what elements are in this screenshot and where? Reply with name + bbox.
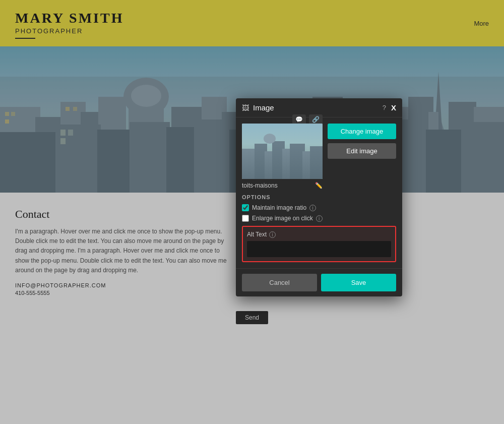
maintain-ratio-label: Maintain image ratio — [252, 204, 306, 211]
link-icon-button[interactable]: 🔗 — [309, 114, 323, 125]
options-section: OPTIONS Maintain image ratio i Enlarge i… — [242, 194, 396, 262]
modal-help-button[interactable]: ? — [383, 104, 386, 111]
alt-text-help[interactable]: i — [269, 231, 276, 238]
chat-icon-button[interactable]: 💬 — [292, 114, 306, 125]
maintain-ratio-help[interactable]: i — [309, 205, 316, 211]
enlarge-click-checkbox[interactable] — [242, 215, 249, 222]
modal-footer: Cancel Save — [236, 268, 402, 296]
maintain-ratio-row: Maintain image ratio i — [242, 204, 396, 211]
change-image-button[interactable]: Change image — [328, 124, 396, 139]
image-filename: toits-maisons — [242, 182, 315, 189]
image-modal: 🖼 Image ? X 💬 🔗 — [236, 98, 402, 296]
maintain-ratio-checkbox[interactable] — [242, 204, 249, 211]
modal-close-button[interactable]: X — [391, 103, 396, 112]
edit-image-button[interactable]: Edit image — [328, 143, 396, 159]
image-preview-row: 💬 🔗 — [242, 124, 396, 189]
svg-point-58 — [264, 134, 276, 144]
enlarge-click-row: Enlarge image on click i — [242, 215, 396, 222]
alt-text-section: Alt Text i — [242, 226, 396, 262]
alt-text-label-row: Alt Text i — [247, 231, 391, 238]
modal-title: Image — [253, 103, 383, 112]
image-thumbnail — [242, 124, 323, 179]
image-buttons: Change image Edit image — [328, 124, 396, 159]
filename-edit-icon[interactable]: ✏️ — [315, 182, 323, 189]
image-icon: 🖼 — [242, 104, 249, 112]
image-preview-icons: 💬 🔗 — [292, 114, 323, 125]
alt-text-label: Alt Text — [247, 231, 267, 238]
save-button[interactable]: Save — [321, 274, 396, 291]
cancel-button[interactable]: Cancel — [242, 274, 317, 291]
alt-text-input[interactable] — [247, 241, 391, 257]
modal-body: 💬 🔗 — [236, 117, 402, 268]
image-filename-row: toits-maisons ✏️ — [242, 182, 323, 189]
options-title: OPTIONS — [242, 194, 396, 200]
enlarge-click-label: Enlarge image on click — [252, 215, 313, 222]
enlarge-click-help[interactable]: i — [316, 215, 323, 222]
image-preview-container: 💬 🔗 — [242, 124, 323, 189]
